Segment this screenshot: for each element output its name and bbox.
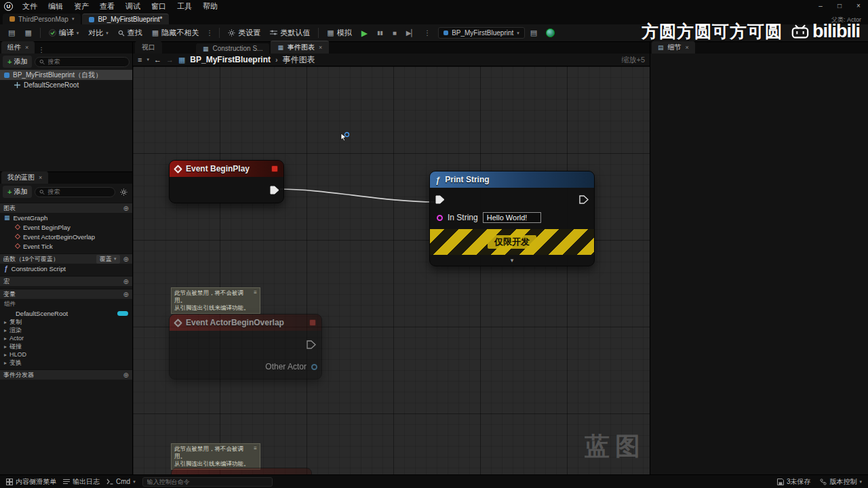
menu-file[interactable]: 文件 [17,0,43,12]
section-variables[interactable]: 变量 ⊕ [0,289,132,299]
string-pin[interactable] [437,215,443,221]
tab-event-graph[interactable]: ▦ 事件图表 × [271,41,329,54]
category-row-rendering[interactable]: ▸渲染 [0,326,132,334]
category-row-replication[interactable]: ▸复制 [0,318,132,326]
section-functions[interactable]: 函数（19个可覆盖） 覆盖 ▾ ⊕ [0,253,132,264]
hamburger-menu-icon[interactable]: ≡ [138,56,142,64]
section-macros[interactable]: 宏 ⊕ [0,276,132,286]
find-button[interactable]: 查找 [114,26,146,40]
debug-object-dropdown[interactable]: BP_MyFirstBlueprint ▾ [438,27,525,39]
unreal-logo-icon[interactable]: U [4,2,13,11]
menu-window[interactable]: 窗口 [146,0,172,12]
my-blueprint-search-input[interactable] [47,188,111,195]
play-button[interactable]: ▶ [357,26,372,40]
add-dispatcher-icon[interactable]: ⊕ [123,371,129,379]
components-search-input[interactable] [48,58,125,65]
component-row-scene-root[interactable]: DefaultSceneRoot [0,80,132,90]
source-control-button[interactable]: 版本控制 ▾ [820,477,862,487]
event-row-tick[interactable]: Event Tick [0,241,132,251]
add-new-button[interactable]: + 添加 [3,186,32,198]
node-collapse-footer[interactable]: ▾ [430,255,594,266]
section-event-dispatchers[interactable]: 事件分发器 ⊕ [0,369,132,380]
hide-unrelated-options-icon[interactable]: ⋮ [204,29,215,37]
category-row-hlod[interactable]: ▸HLOD [0,350,132,359]
output-log-button[interactable]: 输出日志 [63,477,100,487]
maximize-button[interactable]: □ [830,0,849,12]
add-component-button[interactable]: + 添加 [3,56,32,68]
close-icon[interactable]: × [319,44,322,51]
node-event-beginplay[interactable]: Event BeginPlay [169,160,284,203]
simulate-button[interactable]: ▦ 模拟 [323,26,355,40]
my-blueprint-search[interactable] [35,187,115,197]
add-macro-icon[interactable]: ⊕ [123,278,129,285]
component-row-root[interactable]: BP_MyFirstBlueprint（自我） [0,70,132,80]
node-print-string[interactable]: ƒ Print String In String [429,171,595,266]
tab-my-blueprint[interactable]: 我的蓝图 × [1,171,48,184]
gear-icon[interactable] [118,188,130,196]
close-icon[interactable]: × [39,174,42,181]
cmd-dropdown[interactable]: Cmd ▾ [106,478,136,485]
content-drawer-button[interactable]: 内容侧滑菜单 [6,477,56,487]
add-graph-icon[interactable]: ⊕ [123,205,129,212]
menu-view[interactable]: 查看 [94,0,120,12]
menu-asset[interactable]: 资产 [68,0,94,12]
class-settings-button[interactable]: 类设置 [224,26,264,40]
event-row-beginplay[interactable]: Event BeginPlay [0,222,132,232]
tab-bp-myfirstblueprint[interactable]: BP_MyFirstBlueprint* [82,14,169,24]
breadcrumb-root[interactable]: BP_MyFirstBlueprint [190,55,271,64]
tab-components[interactable]: 组件 × [1,41,35,54]
category-row-transform[interactable]: ▸变换 [0,359,132,367]
in-string-input[interactable] [483,212,541,223]
node-event-actorbeginoverlap[interactable]: Event ActorBeginOverlap Other Actor [169,314,322,380]
graph-canvas[interactable]: Event BeginPlay ƒ Print String [133,66,650,474]
add-function-icon[interactable]: ⊕ [123,256,129,263]
close-button[interactable]: × [849,0,868,12]
category-row-collision[interactable]: ▸碰撞 [0,342,132,350]
exec-out-pin[interactable] [307,340,316,349]
menu-edit[interactable]: 编辑 [43,0,68,12]
browse-debug-object-button[interactable]: ▤ [526,26,541,39]
clipped-node-header[interactable] [171,468,312,474]
category-row-actor[interactable]: ▸Actor [0,334,132,342]
forward-icon[interactable]: → [166,56,174,64]
close-icon[interactable]: × [686,44,689,51]
exec-out-pin[interactable] [579,195,589,204]
menu-help[interactable]: 帮助 [197,0,223,12]
breadcrumb-leaf[interactable]: 事件图表 [283,54,315,66]
console-command-input[interactable] [147,479,268,485]
tab-details[interactable]: ▤ 细节 × [652,41,695,54]
override-dropdown[interactable]: 覆盖 ▾ [96,255,120,264]
minimize-button[interactable]: – [811,0,830,12]
event-row-actorbeginoverlap[interactable]: Event ActorBeginOverlap [0,232,132,241]
back-icon[interactable]: ← [154,56,161,64]
section-graphs[interactable]: 图表 ⊕ [0,203,132,213]
variable-row-defaultsceneroot[interactable]: DefaultSceneRoot [0,308,132,318]
save-asset-button[interactable]: ▤ [4,26,19,39]
graph-row-eventgraph[interactable]: ▦ EventGraph [0,213,132,222]
actor-object-pin[interactable] [311,364,317,370]
diff-button[interactable]: 对比 ▾ [84,26,113,40]
hide-unrelated-button[interactable]: ▦ 隐藏不相关 [148,26,203,40]
tab-thirdpersonmap[interactable]: ThirdPersonMap ▾ [3,14,81,24]
panel-options-icon[interactable]: ⋮ [36,46,47,54]
exec-in-pin[interactable] [435,195,445,204]
tab-viewport[interactable]: 视口 [135,41,162,54]
browse-asset-button[interactable]: ▦ [20,26,35,39]
exec-out-pin[interactable] [270,186,279,195]
menu-tools[interactable]: 工具 [172,0,197,12]
components-search[interactable] [35,57,130,67]
pause-button[interactable]: ▮▮ [373,28,387,38]
menu-debug[interactable]: 调试 [120,0,146,12]
world-globe-icon[interactable] [546,28,555,37]
stop-button[interactable]: ■ [389,27,401,39]
close-icon[interactable]: × [25,44,28,51]
class-defaults-button[interactable]: 类默认值 [266,26,314,40]
unsaved-button[interactable]: 3未保存 [777,477,811,487]
tab-construction-script[interactable]: ▦ Construction S... [196,43,269,54]
function-row-construction-script[interactable]: ƒ Construction Script [0,264,132,273]
play-options-icon[interactable]: ⋮ [422,29,433,37]
frame-skip-button[interactable]: ▶▏ [402,27,420,39]
compile-button[interactable]: 编译 ▾ [45,26,83,40]
console-input-box[interactable] [142,477,273,487]
add-variable-icon[interactable]: ⊕ [123,291,129,298]
